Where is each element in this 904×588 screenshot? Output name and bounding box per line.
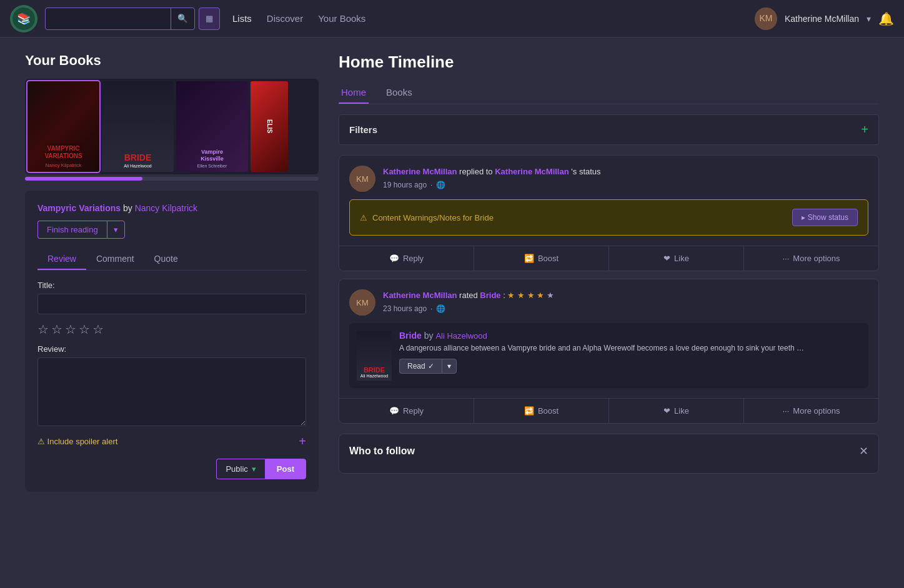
star-3[interactable]: ☆ (65, 322, 76, 337)
boost-icon-1: 🔁 (524, 254, 534, 263)
book-in-feed: BRIDE Ali Hazelwood Bride by Ali Hazelwo… (349, 323, 868, 388)
book-cover-bride[interactable]: BRIDE Ali Hazelwood (102, 81, 174, 172)
book-cover-elis[interactable]: ELIS (251, 81, 288, 172)
feed-header-1: KM Katherine McMillan replied to Katheri… (349, 166, 868, 192)
boost-button-1[interactable]: 🔁 Boost (474, 246, 609, 271)
notification-bell-button[interactable]: 🔔 (878, 11, 894, 26)
svg-text:KM: KM (356, 298, 369, 307)
star-rating: ☆ ☆ ☆ ☆ ☆ (37, 322, 306, 337)
feed-meta-1: Katherine McMillan replied to Katherine … (383, 166, 868, 189)
star-5[interactable]: ☆ (92, 322, 104, 337)
who-to-follow-title: Who to follow (349, 446, 415, 457)
navbar: 📚 🔍 ▦ Lists Discover Your Books KM Kathe… (0, 0, 904, 37)
read-btn-row: Read ✓ ▾ (399, 359, 861, 374)
reply-button-1[interactable]: 💬 Reply (339, 246, 474, 271)
search-button[interactable]: 🔍 (171, 8, 194, 29)
search-icon: 🔍 (177, 14, 188, 23)
feed-user-1[interactable]: Katherine McMillan (383, 167, 457, 176)
tab-books[interactable]: Books (384, 82, 415, 104)
who-to-follow-close-button[interactable]: ✕ (859, 444, 868, 458)
read-dropdown-button[interactable]: ▾ (442, 359, 457, 374)
feed-time-2: 23 hours ago (383, 304, 427, 313)
barcode-button[interactable]: ▦ (199, 7, 220, 30)
title-input[interactable] (37, 294, 306, 314)
star-2[interactable]: ☆ (51, 322, 62, 337)
feed-time-row-2: 23 hours ago · 🌐 (383, 304, 868, 313)
like-icon-2: ❤ (663, 406, 670, 416)
nav-links: Lists Discover Your Books (232, 13, 755, 24)
user-dropdown-arrow[interactable]: ▾ (867, 14, 871, 24)
feed-card-1-content: KM Katherine McMillan replied to Katheri… (339, 156, 878, 246)
filters-label: Filters (349, 124, 377, 135)
feed-user-2[interactable]: Katherine McMillan (383, 291, 457, 300)
show-status-button-1[interactable]: ▸ Show status (792, 209, 858, 226)
feed-dot-2: · (430, 304, 432, 313)
reply-label-1: Reply (403, 254, 424, 263)
finish-reading-button[interactable]: Finish reading (37, 221, 107, 239)
boost-button-2[interactable]: 🔁 Boost (474, 399, 609, 423)
who-to-follow-header: Who to follow ✕ (349, 444, 868, 458)
tab-quote[interactable]: Quote (144, 249, 188, 270)
read-button[interactable]: Read ✓ (399, 359, 442, 374)
feed-card-2-content: KM Katherine McMillan rated Bride : ★ ★ (339, 279, 878, 398)
shelf-scrollbar[interactable] (25, 177, 319, 181)
feed-action-word-1: replied to (459, 167, 495, 176)
tab-review[interactable]: Review (37, 249, 86, 270)
right-panel: Home Timeline Home Books Filters + KM (339, 52, 879, 492)
feed-card-2: KM Katherine McMillan rated Bride : ★ ★ (339, 279, 879, 424)
nav-link-lists[interactable]: Lists (232, 13, 252, 24)
feed-book-title-2[interactable]: Bride (480, 291, 500, 300)
finish-reading-dropdown-button[interactable]: ▾ (107, 221, 125, 239)
feed-actions-1: 💬 Reply 🔁 Boost ❤ Like ··· More options (339, 246, 878, 271)
reply-button-2[interactable]: 💬 Reply (339, 399, 474, 423)
book-cover-vampyric[interactable]: VAMPYRICVARIATIONS Nancy Kilpatrick (27, 81, 99, 172)
reply-label-2: Reply (403, 406, 424, 416)
current-book-author[interactable]: Nancy Kilpatrick (135, 203, 197, 213)
more-options-icon-1: ··· (783, 254, 790, 263)
current-book-title[interactable]: Vampyric Variations (37, 203, 121, 213)
boost-icon-2: 🔁 (524, 406, 534, 416)
reply-icon-2: 💬 (389, 406, 399, 416)
like-label-2: Like (674, 406, 689, 416)
like-button-2[interactable]: ❤ Like (609, 399, 744, 423)
user-name[interactable]: Katherine McMillan (785, 14, 859, 24)
more-options-button-1[interactable]: ··· More options (744, 246, 878, 271)
like-icon-1: ❤ (663, 254, 670, 263)
shelf-scrollbar-thumb (25, 177, 142, 181)
review-textarea[interactable] (37, 357, 306, 426)
post-button[interactable]: Post (265, 459, 306, 479)
your-books-title: Your Books (25, 52, 319, 69)
reply-icon-1: 💬 (389, 254, 399, 263)
nav-link-discover[interactable]: Discover (267, 13, 303, 24)
more-options-icon-2: ··· (783, 406, 790, 416)
book-in-feed-cover: BRIDE Ali Hazelwood (357, 331, 392, 381)
book-in-feed-author[interactable]: Ali Hazelwood (435, 331, 487, 341)
title-label: Title: (37, 281, 306, 290)
tab-home[interactable]: Home (339, 82, 369, 104)
svg-text:📚: 📚 (17, 12, 31, 26)
like-button-1[interactable]: ❤ Like (609, 246, 744, 271)
logo[interactable]: 📚 (10, 5, 37, 32)
book-in-feed-title-row: Bride by Ali Hazelwood (399, 331, 861, 341)
more-options-button-2[interactable]: ··· More options (744, 399, 878, 423)
feed-stars-2: ★ ★ ★ ★ ★ (507, 291, 554, 300)
spoiler-row: ⚠ Include spoiler alert + (37, 434, 306, 449)
checkmark-icon: ✓ (428, 362, 434, 371)
book-cover-vampire-kisses[interactable]: VampireKissville Ellen Schreiber (176, 81, 248, 172)
more-options-label-1: More options (793, 254, 840, 263)
warning-icon-1: ⚠ (360, 213, 367, 222)
post-row: Public ▾ Post (37, 459, 306, 479)
visibility-button[interactable]: Public ▾ (216, 459, 264, 479)
star-1[interactable]: ☆ (37, 322, 49, 337)
nav-link-your-books[interactable]: Your Books (318, 13, 365, 24)
filters-plus-button[interactable]: + (861, 122, 868, 137)
feed-target-user-1[interactable]: Katherine McMillan (495, 167, 569, 176)
star-4[interactable]: ☆ (79, 322, 90, 337)
tab-comment[interactable]: Comment (86, 249, 144, 270)
timeline-title: Home Timeline (339, 52, 879, 72)
book-in-feed-title[interactable]: Bride (399, 331, 422, 341)
search-input[interactable] (46, 14, 171, 24)
add-spoiler-button[interactable]: + (299, 434, 306, 449)
feed-visibility-1: 🌐 (436, 181, 445, 189)
who-to-follow: Who to follow ✕ (339, 434, 879, 474)
